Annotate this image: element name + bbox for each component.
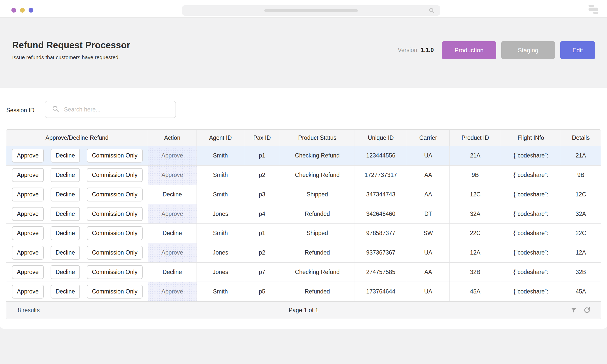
unique-id-cell: 173764644: [355, 282, 407, 301]
flight-info-cell: {"codeshare”:: [501, 263, 561, 282]
commission-only-button[interactable]: Commission Only: [87, 168, 142, 182]
decline-button[interactable]: Decline: [51, 226, 80, 240]
decline-button[interactable]: Decline: [51, 285, 80, 299]
window-menu-icon[interactable]: [589, 5, 598, 14]
version-value: 1.1.0: [421, 47, 434, 53]
product-status-cell: Checking Refund: [280, 146, 355, 165]
row-actions-cell: ApproveDeclineCommission Only: [6, 166, 148, 185]
column-header-unique-id: Unique ID: [355, 130, 407, 146]
product-id-cell: 9B: [450, 166, 501, 185]
approve-button[interactable]: Approve: [12, 149, 44, 163]
pax-id-cell: p3: [244, 185, 280, 204]
decline-button[interactable]: Decline: [51, 168, 80, 182]
row-actions-cell: ApproveDeclineCommission Only: [6, 146, 148, 165]
header-actions: Version:1.1.0 Production Staging Edit: [398, 41, 595, 59]
action-cell[interactable]: Approve: [148, 243, 197, 262]
address-bar[interactable]: [182, 5, 440, 16]
product-status-cell: Refunded: [280, 204, 355, 223]
decline-button[interactable]: Decline: [51, 246, 80, 260]
row-actions-cell: ApproveDeclineCommission Only: [6, 224, 148, 243]
approve-button[interactable]: Approve: [12, 246, 44, 260]
column-header-approve-decline-refund: Approve/Decline Refund: [6, 130, 148, 146]
approve-button[interactable]: Approve: [12, 168, 44, 182]
commission-only-button[interactable]: Commission Only: [87, 226, 142, 240]
commission-only-button[interactable]: Commission Only: [87, 188, 142, 201]
details-cell: 12A: [561, 243, 601, 262]
agent-id-cell: Smith: [197, 166, 244, 185]
action-cell[interactable]: Decline: [148, 185, 197, 204]
table-row: ApproveDeclineCommission OnlyDeclineJone…: [6, 263, 601, 282]
unique-id-cell: 342646460: [355, 204, 407, 223]
version-label: Version:: [398, 47, 419, 53]
traffic-light-purple[interactable]: [11, 8, 16, 13]
product-id-cell: 21A: [450, 146, 501, 165]
filter-button[interactable]: [571, 307, 577, 313]
product-id-cell: 12A: [450, 243, 501, 262]
commission-only-button[interactable]: Commission Only: [87, 265, 142, 279]
refresh-icon: [583, 307, 591, 314]
search-icon: [52, 105, 59, 114]
action-cell[interactable]: Approve: [148, 146, 197, 165]
window-titlebar: [0, 0, 607, 18]
approve-button[interactable]: Approve: [12, 207, 44, 221]
commission-only-button[interactable]: Commission Only: [87, 246, 142, 260]
action-cell[interactable]: Decline: [148, 224, 197, 243]
flight-info-cell: {"codeshare”:: [501, 185, 561, 204]
results-count: 8 results: [18, 307, 40, 314]
details-cell: 32A: [561, 204, 601, 223]
commission-only-button[interactable]: Commission Only: [87, 149, 142, 163]
approve-button[interactable]: Approve: [12, 285, 44, 299]
page-indicator: Page 1 of 1: [289, 307, 318, 314]
commission-only-button[interactable]: Commission Only: [87, 207, 142, 221]
action-cell[interactable]: Decline: [148, 263, 197, 282]
traffic-light-yellow[interactable]: [20, 8, 25, 13]
row-actions-cell: ApproveDeclineCommission Only: [6, 204, 148, 223]
product-id-cell: 22C: [450, 224, 501, 243]
row-actions-cell: ApproveDeclineCommission Only: [6, 185, 148, 204]
agent-id-cell: Jones: [197, 263, 244, 282]
unique-id-cell: 1727737317: [355, 166, 407, 185]
action-cell[interactable]: Approve: [148, 204, 197, 223]
details-cell: 32B: [561, 263, 601, 282]
column-header-product-id: Product ID: [450, 130, 501, 146]
edit-button[interactable]: Edit: [560, 41, 595, 59]
production-button[interactable]: Production: [442, 41, 496, 59]
unique-id-cell: 978587377: [355, 224, 407, 243]
approve-button[interactable]: Approve: [12, 226, 44, 240]
agent-id-cell: Smith: [197, 224, 244, 243]
decline-button[interactable]: Decline: [51, 207, 80, 221]
decline-button[interactable]: Decline: [51, 188, 80, 201]
column-header-agent-id: Agent ID: [197, 130, 244, 146]
unique-id-cell: 274757585: [355, 263, 407, 282]
product-id-cell: 32B: [450, 263, 501, 282]
product-id-cell: 32A: [450, 204, 501, 223]
commission-only-button[interactable]: Commission Only: [87, 285, 142, 299]
unique-id-cell: 123444556: [355, 146, 407, 165]
flight-info-cell: {"codeshare”:: [501, 282, 561, 301]
table-row: ApproveDeclineCommission OnlyDeclineSmit…: [6, 224, 601, 243]
carrier-cell: AA: [407, 263, 450, 282]
action-cell[interactable]: Approve: [148, 166, 197, 185]
agent-id-cell: Jones: [197, 243, 244, 262]
refresh-button[interactable]: [583, 307, 591, 314]
pax-id-cell: p1: [244, 224, 280, 243]
carrier-cell: AA: [407, 185, 450, 204]
carrier-cell: UA: [407, 146, 450, 165]
main-panel: Session ID Approve/Decline RefundActionA…: [0, 88, 607, 329]
approve-button[interactable]: Approve: [12, 188, 44, 201]
address-text-placeholder: [264, 9, 358, 12]
staging-button[interactable]: Staging: [501, 41, 555, 59]
search-input[interactable]: [64, 106, 165, 113]
product-id-cell: 45A: [450, 282, 501, 301]
flight-info-cell: {"codeshare”:: [501, 224, 561, 243]
decline-button[interactable]: Decline: [51, 149, 80, 163]
product-status-cell: Refunded: [280, 243, 355, 262]
traffic-light-indigo[interactable]: [29, 8, 33, 13]
column-header-carrier: Carrier: [407, 130, 450, 146]
action-cell[interactable]: Approve: [148, 282, 197, 301]
decline-button[interactable]: Decline: [51, 265, 80, 279]
table-row: ApproveDeclineCommission OnlyApproveSmit…: [6, 166, 601, 185]
table-row: ApproveDeclineCommission OnlyApproveJone…: [6, 204, 601, 224]
traffic-lights: [11, 8, 33, 13]
approve-button[interactable]: Approve: [12, 265, 44, 279]
